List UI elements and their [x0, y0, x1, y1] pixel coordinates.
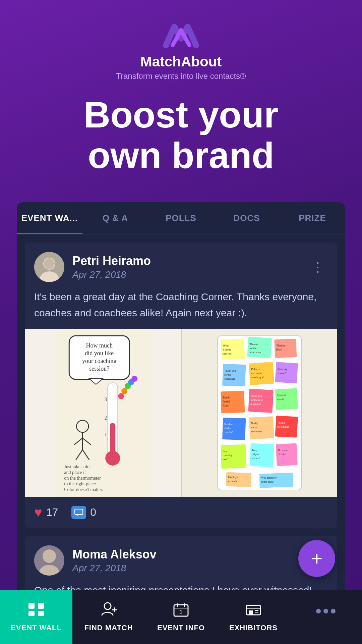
post-more-btn-1[interactable]: ⋮ [308, 256, 328, 278]
nav-label-find-match: FIND MATCH [84, 624, 133, 632]
svg-text:did you like: did you like [85, 350, 114, 357]
avatar-moma [34, 545, 64, 576]
post-footer-1: ♥ 17 0 [25, 497, 337, 528]
svg-text:1: 1 [180, 609, 182, 614]
svg-text:Thank you: Thank you [224, 369, 236, 372]
svg-point-18 [131, 376, 137, 382]
svg-text:session!: session! [277, 372, 286, 375]
comment-count-1: 0 [90, 506, 96, 519]
svg-rect-102 [38, 603, 44, 609]
heart-icon: ♥ [34, 505, 42, 520]
svg-text:Thanks: Thanks [276, 344, 285, 347]
svg-text:3: 3 [104, 396, 107, 402]
post-date-1: Apr 27, 2018 [72, 269, 308, 280]
tab-event-wall[interactable]: EVENT WA... [17, 202, 82, 234]
svg-text:and place it: and place it [64, 470, 86, 475]
post-user-info-1: Petri Heiramo Apr 27, 2018 [72, 254, 308, 280]
tab-qa[interactable]: Q & A [82, 202, 148, 234]
like-count-1: 17 [46, 506, 58, 519]
nav-item-event-wall[interactable]: EVENT WALL [0, 590, 72, 644]
post-image-right: What a great session! Thanks for the ins… [182, 329, 338, 497]
svg-text:Thanks: Thanks [223, 396, 231, 399]
exhibitor-icon [245, 602, 262, 620]
svg-text:session!: session! [223, 352, 232, 355]
tab-polls[interactable]: POLLS [148, 202, 214, 234]
post-username-2: Moma Aleksov [72, 547, 308, 561]
header: MatchAbout Transform events into live co… [0, 0, 362, 189]
svg-text:Petri &: Petri & [223, 400, 231, 403]
post-user-info-2: Moma Aleksov Apr 27, 2018 [72, 547, 308, 574]
post-date-2: Apr 27, 2018 [72, 563, 308, 574]
post-card-1: Petri Heiramo Apr 27, 2018 ⋮ It's been a… [25, 243, 337, 528]
svg-text:a great: a great [223, 348, 231, 351]
svg-text:How much: How much [86, 342, 113, 349]
comment-btn-1[interactable]: 0 [71, 506, 96, 519]
svg-text:2: 2 [104, 415, 107, 421]
content-card: EVENT WA... Q & A POLLS DOCS PRIZE Petri… [17, 202, 345, 631]
svg-text:Thanks: Thanks [277, 421, 285, 424]
nav-label-event-wall: EVENT WALL [11, 624, 62, 632]
svg-text:Bob!: Bob! [276, 348, 282, 351]
svg-point-99 [43, 549, 56, 563]
grid-icon [28, 602, 45, 620]
svg-point-14 [118, 393, 124, 399]
headline-line2: own brand [13, 135, 349, 175]
svg-text:for the help: for the help [250, 398, 263, 401]
post-header-1: Petri Heiramo Apr 27, 2018 ⋮ [25, 243, 337, 289]
post-text-1: It's been a great day at the Coaching Co… [25, 289, 337, 329]
svg-text:Alice!: Alice! [223, 404, 229, 407]
svg-text:on the thermometer: on the thermometer [64, 476, 101, 481]
nav-label-event-info: EVENT INFO [157, 624, 205, 632]
fab-button[interactable]: + [298, 540, 335, 577]
logo-icon [161, 20, 201, 50]
svg-text:find a: find a [224, 427, 231, 430]
svg-rect-101 [28, 603, 35, 609]
svg-text:ever!: ever! [223, 458, 228, 461]
nav-item-more[interactable]: MORE [290, 590, 362, 644]
svg-text:Thank you: Thank you [228, 476, 239, 479]
post-header-2: Moma Aleksov Apr 27, 2018 ⋮ [25, 536, 337, 582]
person-add-icon [100, 602, 117, 620]
tab-prize[interactable]: PRIZE [280, 202, 345, 234]
avatar-petri [34, 252, 64, 282]
svg-text:so much!: so much! [228, 480, 238, 483]
svg-rect-96 [75, 509, 83, 515]
svg-rect-115 [249, 610, 253, 615]
svg-text:Amazing: Amazing [277, 368, 287, 371]
svg-text:awesome: awesome [251, 371, 262, 375]
svg-text:next event: next event [251, 430, 262, 433]
svg-text:session?: session? [89, 365, 109, 372]
nav-item-exhibitors[interactable]: EXHIBITORS [217, 590, 290, 644]
calendar-icon: 1 [173, 602, 189, 620]
svg-text:Petri is: Petri is [251, 367, 260, 371]
post-image-left: How much did you like your coaching sess… [25, 329, 182, 497]
svg-text:& advice!: & advice! [250, 402, 261, 406]
svg-point-3 [44, 258, 55, 269]
svg-text:Truly: Truly [252, 449, 258, 452]
nav-item-event-info[interactable]: 1 EVENT INFO [145, 590, 217, 644]
app-logo-text: MatchAbout [140, 54, 222, 70]
like-btn-1[interactable]: ♥ 17 [34, 505, 58, 520]
svg-text:coaching: coaching [223, 454, 232, 457]
headline-line1: Boost your [13, 94, 349, 135]
svg-text:Just take a dot: Just take a dot [64, 464, 91, 469]
svg-point-105 [104, 603, 111, 609]
nav-item-find-match[interactable]: FIND MATCH [72, 590, 145, 644]
svg-text:to the right place.: to the right place. [64, 481, 97, 486]
svg-rect-104 [38, 611, 44, 616]
headline: Boost your own brand [13, 94, 349, 175]
tab-docs[interactable]: DOCS [214, 202, 280, 234]
svg-rect-103 [28, 611, 35, 616]
svg-text:helpful: helpful [252, 453, 259, 456]
svg-text:zombie?: zombie? [224, 431, 234, 434]
svg-text:1: 1 [104, 432, 107, 437]
post-image-1: How much did you like your coaching sess… [25, 329, 337, 497]
svg-text:for the: for the [224, 373, 232, 376]
comment-icon [71, 506, 86, 519]
tabs-bar: EVENT WA... Q & A POLLS DOCS PRIZE [17, 202, 345, 234]
svg-text:Fantastic: Fantastic [277, 394, 287, 397]
svg-point-15 [121, 388, 127, 394]
svg-text:of this!: of this! [278, 453, 286, 456]
svg-text:Do more: Do more [278, 449, 288, 452]
svg-text:What: What [223, 344, 229, 347]
